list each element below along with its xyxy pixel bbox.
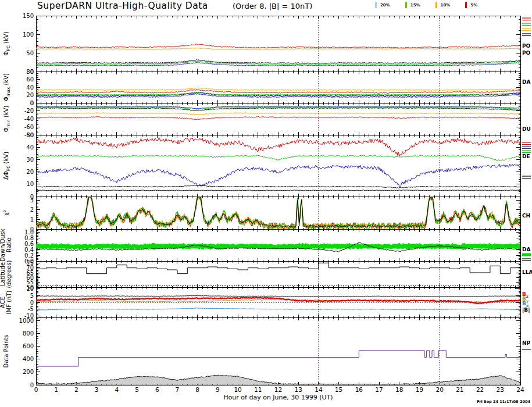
panel-phi-max: 020406080Φmax​ (kV) xyxy=(3,69,520,106)
series-err-green xyxy=(36,155,520,161)
right-margin-label: DA xyxy=(522,247,530,252)
y-tick-label: 400 xyxy=(23,356,34,362)
x-tick-label: 15 xyxy=(335,386,342,393)
right-margin-label: LLA xyxy=(522,269,532,275)
y-tick-label: 50 xyxy=(26,132,34,138)
series-dusk-orange xyxy=(36,113,520,115)
panel-delta-phi-pc: 01020304050ΔΦPC​ (kV) xyxy=(3,132,520,200)
panel-ylabel: ΔΦPC​ (kV) xyxy=(3,152,11,180)
x-tick-label: 13 xyxy=(295,386,302,393)
x-tick-label: 14 xyxy=(315,386,323,393)
x-tick-label: 24 xyxy=(516,386,524,393)
right-margin-label: PO xyxy=(522,50,531,56)
right-margin-label: DA xyxy=(522,79,530,85)
y-tick-label: 10 xyxy=(26,285,34,292)
panel-data-points: 0200400600800100001234567891011121314151… xyxy=(3,317,524,393)
y-tick-label: 0 xyxy=(30,382,34,388)
y-tick-label: 0.4 xyxy=(24,247,34,253)
right-margin-label: DU xyxy=(522,126,531,132)
panel-ylabel: χ² xyxy=(3,210,9,216)
x-tick-label: 6 xyxy=(155,386,159,393)
y-tick-label: 75 xyxy=(26,260,34,266)
series-err-black2 xyxy=(36,190,520,191)
x-tick-label: 7 xyxy=(176,386,180,393)
right-margin-label: NP xyxy=(522,340,531,346)
y-tick-label: 0.6 xyxy=(24,241,34,247)
y-tick-label: -60 xyxy=(24,124,34,130)
x-tick-label: 21 xyxy=(456,386,463,393)
panel-ylabel: Ratio xyxy=(6,238,12,253)
x-tick-label: 8 xyxy=(195,386,199,393)
series-np-purple-step xyxy=(36,351,520,366)
panel-ylabel: ΦPC​ (kV) xyxy=(3,31,11,55)
x-tick-label: 1 xyxy=(54,386,58,393)
x-tick-label: 22 xyxy=(476,386,484,393)
y-tick-label: 2 xyxy=(30,206,34,213)
x-tick-label: 4 xyxy=(115,386,119,393)
x-tick-label: 9 xyxy=(216,386,220,393)
y-tick-label: 150 xyxy=(23,13,34,19)
y-tick-label: 20 xyxy=(26,92,34,98)
x-tick-label: 20 xyxy=(435,386,443,393)
panel-dawn-dusk-ratio: 0.00.20.40.60.81.0Dawn/DuskRatio xyxy=(0,229,520,265)
y-tick-label: 40 xyxy=(26,84,34,91)
y-tick-label: 40 xyxy=(26,144,34,151)
panel-chi-squared: 0123χ² xyxy=(3,194,520,233)
y-tick-label: 100 xyxy=(23,31,34,38)
y-tick-label: -40 xyxy=(24,116,34,122)
panel-ylabel: (degrees) xyxy=(6,260,12,288)
x-tick-label: 19 xyxy=(416,386,423,393)
chart-canvas: 050100150ΦPC​ (kV)020406080Φmax​ (kV)-80… xyxy=(0,0,532,407)
y-tick-label: 60 xyxy=(26,76,34,83)
x-axis-label: Hour of day on June, 30 1999 (UT) xyxy=(36,394,520,401)
y-tick-label: 600 xyxy=(23,343,34,349)
panel-phi-pc: 050100150ΦPC​ (kV) xyxy=(3,13,520,75)
y-tick-label: 50 xyxy=(26,50,34,56)
series-pot-red xyxy=(36,44,520,48)
series-err-blue xyxy=(36,164,520,187)
panel-ylabel: Φmax​ (kV) xyxy=(3,73,11,101)
right-margin-label: CH xyxy=(522,213,530,219)
right-margin-label: DE xyxy=(522,153,530,159)
x-tick-label: 2 xyxy=(74,386,78,393)
x-tick-label: 12 xyxy=(274,386,282,393)
x-tick-label: 11 xyxy=(254,386,262,393)
x-tick-label: 3 xyxy=(95,386,99,393)
x-tick-label: 10 xyxy=(234,386,241,393)
y-tick-label: 0 xyxy=(30,100,34,106)
y-tick-label: 10 xyxy=(26,181,34,187)
x-tick-label: 18 xyxy=(395,386,403,393)
series-pot-orange xyxy=(36,48,520,49)
panel-ylabel: IMF (nT) xyxy=(6,291,12,315)
panel-ace-imf: -10-50510ACEIMF (nT) xyxy=(0,285,520,319)
x-tick-label: 17 xyxy=(375,386,383,393)
x-tick-label: 16 xyxy=(355,386,363,393)
series-pot-black xyxy=(36,60,520,64)
y-tick-label: 3 xyxy=(30,197,34,204)
series-err-red xyxy=(36,138,520,156)
panel-ylabel: ACE xyxy=(0,297,6,308)
series-err-black1 xyxy=(36,185,520,188)
x-tick-label: 5 xyxy=(135,386,139,393)
series-b-mag xyxy=(36,295,520,297)
y-tick-label: 1 xyxy=(30,216,34,223)
y-tick-label: 0.2 xyxy=(24,252,34,259)
panel-latitude: 505560657075Latitude(degrees) xyxy=(0,260,520,291)
panel-ylabel: Dawn/Dusk xyxy=(0,229,6,262)
panel-ylabel: Φmin​ (kV) xyxy=(3,106,11,133)
y-tick-label: 30 xyxy=(26,156,34,163)
panel-phi-min: -80-60-40-200Φmin​ (kV) xyxy=(3,100,520,138)
y-tick-label: -20 xyxy=(24,108,34,114)
y-tick-label: 20 xyxy=(26,169,34,175)
y-tick-label: 1.0 xyxy=(24,229,34,235)
series-dusk-red xyxy=(36,117,520,120)
x-tick-label: 23 xyxy=(497,386,504,393)
y-tick-label: 0 xyxy=(30,299,34,306)
y-tick-label: 0.8 xyxy=(24,235,34,241)
creation-timestamp: Fri Sep 24 11:17:08 2004 xyxy=(477,399,530,404)
superdarn-plot-window: SuperDARN Ultra-High-Quality Data (Order… xyxy=(0,0,532,407)
series-b-x xyxy=(36,308,520,310)
right-margin-label: |B| xyxy=(522,307,530,313)
series-dusk-black xyxy=(36,108,520,110)
series-lat-step xyxy=(36,263,520,273)
